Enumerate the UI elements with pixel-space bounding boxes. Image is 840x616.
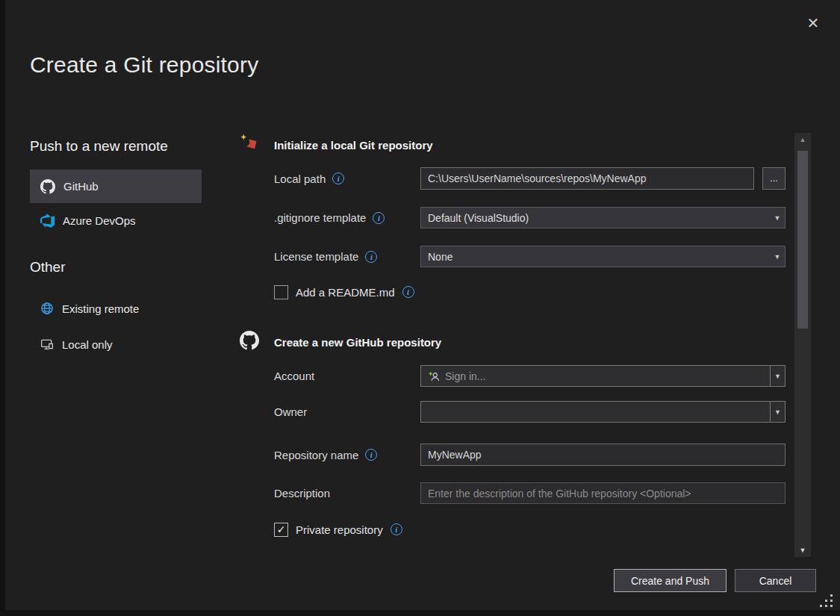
- license-label: License template: [274, 250, 358, 263]
- gitignore-value: Default (VisualStudio): [421, 212, 770, 224]
- azure-devops-icon: [40, 214, 55, 228]
- window-edge-bottom: [0, 610, 840, 616]
- gitignore-select[interactable]: Default (VisualStudio) ▼: [420, 207, 785, 228]
- scroll-up-button[interactable]: ▲: [794, 133, 811, 146]
- local-path-input[interactable]: [420, 167, 754, 190]
- create-git-repo-dialog: ✕ Create a Git repository Push to a new …: [0, 0, 840, 616]
- scrollbar[interactable]: ▲ ▼: [794, 133, 811, 557]
- sidebar-item-label: Azure DevOps: [63, 214, 136, 227]
- info-icon[interactable]: i: [391, 523, 402, 535]
- owner-select[interactable]: ▼: [420, 401, 785, 423]
- chevron-down-icon[interactable]: ▼: [770, 366, 785, 386]
- license-select[interactable]: None ▼: [420, 246, 785, 267]
- owner-label: Owner: [274, 405, 307, 418]
- close-button[interactable]: ✕: [802, 12, 824, 34]
- sidebar-item-label: GitHub: [63, 180, 99, 193]
- dialog-title: Create a Git repository: [30, 52, 258, 78]
- description-label: Description: [274, 487, 330, 500]
- scroll-down-button[interactable]: ▼: [794, 544, 811, 557]
- account-placeholder: Sign in...: [445, 370, 485, 382]
- close-icon: ✕: [807, 15, 820, 31]
- sidebar-item-github[interactable]: GitHub: [30, 169, 202, 203]
- chevron-down-icon[interactable]: ▼: [770, 402, 785, 422]
- account-label-row: Account: [274, 365, 314, 387]
- description-label-row: Description: [274, 482, 330, 504]
- monitor-icon: [40, 337, 54, 351]
- github-icon: [240, 331, 259, 350]
- info-icon[interactable]: i: [373, 212, 385, 224]
- sidebar-item-existing-remote[interactable]: Existing remote: [30, 294, 202, 323]
- info-icon[interactable]: i: [402, 286, 414, 298]
- add-user-icon: [428, 370, 440, 382]
- sidebar-item-azure-devops[interactable]: Azure DevOps: [30, 205, 202, 236]
- owner-label-row: Owner: [274, 401, 307, 423]
- gitignore-label: .gitignore template: [274, 211, 366, 224]
- info-icon[interactable]: i: [365, 251, 377, 263]
- private-checkbox[interactable]: ✓: [274, 523, 288, 537]
- readme-checkbox[interactable]: [274, 285, 288, 299]
- scrollbar-thumb[interactable]: [797, 151, 808, 329]
- chevron-down-icon: ▼: [770, 214, 785, 222]
- cancel-button[interactable]: Cancel: [735, 569, 816, 592]
- readme-label: Add a README.md: [296, 286, 395, 299]
- window-edge-left: [0, 0, 5, 616]
- sidebar-item-label: Local only: [62, 338, 113, 351]
- sidebar-heading-remote: Push to a new remote: [30, 138, 168, 155]
- globe-icon: [40, 302, 54, 315]
- account-label: Account: [274, 370, 314, 382]
- account-select[interactable]: Sign in... ▼: [420, 365, 785, 387]
- license-label-row: License template i: [274, 246, 377, 267]
- info-icon[interactable]: i: [332, 172, 344, 184]
- local-path-label-row: Local path i: [274, 167, 344, 190]
- section-heading-github: Create a new GitHub repository: [274, 336, 441, 349]
- info-icon[interactable]: i: [365, 449, 377, 461]
- readme-row: Add a README.md i: [274, 284, 414, 300]
- license-value: None: [421, 251, 770, 263]
- chevron-down-icon: ▼: [770, 253, 785, 261]
- repo-name-label-row: Repository name i: [274, 444, 377, 466]
- sidebar-item-label: Existing remote: [62, 302, 139, 315]
- section-heading-initialize: Initialize a local Git repository: [274, 139, 433, 152]
- description-input[interactable]: [420, 482, 785, 504]
- sidebar-item-local-only[interactable]: Local only: [30, 330, 202, 358]
- browse-button[interactable]: ...: [762, 167, 785, 190]
- create-and-push-button[interactable]: Create and Push: [614, 569, 727, 592]
- private-label: Private repository: [296, 523, 383, 536]
- local-path-label: Local path: [274, 172, 326, 185]
- github-icon: [40, 179, 55, 194]
- repo-name-input[interactable]: [420, 444, 785, 466]
- sidebar-heading-other: Other: [30, 259, 66, 276]
- init-repo-icon: [240, 133, 259, 152]
- repo-name-label: Repository name: [274, 449, 358, 461]
- gitignore-label-row: .gitignore template i: [274, 207, 385, 228]
- resize-grip[interactable]: [818, 593, 835, 609]
- private-row: ✓ Private repository i: [274, 521, 402, 538]
